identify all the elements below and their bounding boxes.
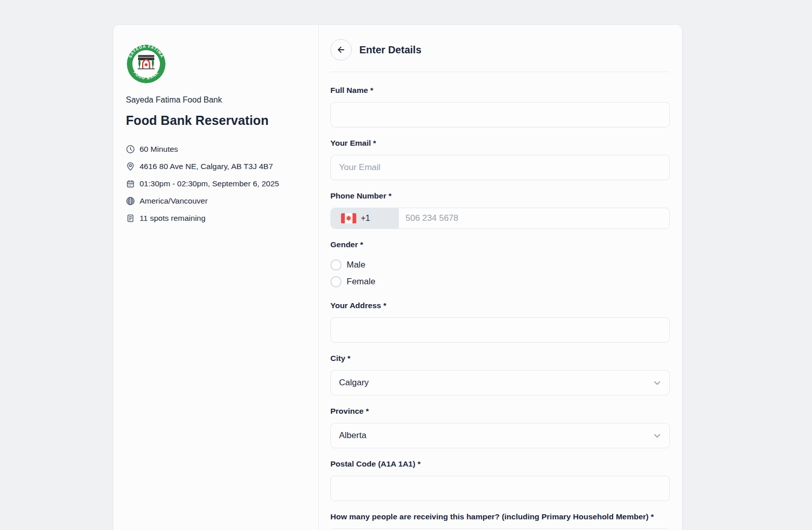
city-select[interactable]: Calgary	[330, 370, 670, 395]
full-name-group: Full Name *	[330, 85, 670, 127]
female-radio[interactable]	[330, 276, 342, 287]
email-input[interactable]	[330, 155, 670, 180]
gender-group: Gender * Male Female	[330, 240, 670, 290]
detail-duration-text: 60 Minutes	[140, 145, 178, 154]
detail-duration: 60 Minutes	[126, 143, 304, 155]
gender-option-male[interactable]: Male	[330, 256, 670, 273]
province-group: Province * Alberta	[330, 406, 670, 448]
province-label: Province *	[330, 406, 670, 416]
province-select-value: Alberta	[339, 430, 366, 441]
detail-datetime: 01:30pm - 02:30pm, September 6, 2025	[126, 178, 304, 190]
detail-datetime-text: 01:30pm - 02:30pm, September 6, 2025	[140, 179, 279, 188]
phone-number-input[interactable]	[399, 208, 669, 228]
address-label: Your Address *	[330, 301, 670, 310]
phone-country-prefix[interactable]: +1	[331, 208, 399, 228]
chevron-down-icon	[652, 378, 662, 388]
full-name-label: Full Name *	[330, 85, 670, 95]
province-select[interactable]: Alberta	[330, 423, 670, 448]
male-radio-label: Male	[347, 260, 365, 270]
hamper-count-label: How many people are receiving this hampe…	[330, 512, 670, 521]
city-label: City *	[330, 353, 670, 363]
email-label: Your Email *	[330, 138, 670, 148]
address-input[interactable]	[330, 317, 670, 343]
org-name: Sayeda Fatima Food Bank	[126, 95, 304, 105]
org-logo: SAYEDA FATIMA FOOD BANK	[126, 44, 166, 84]
globe-icon	[126, 196, 135, 206]
phone-field: +1	[330, 208, 670, 229]
detail-timezone: America/Vancouver	[126, 195, 304, 207]
notes-icon	[126, 214, 135, 223]
back-arrow-icon	[336, 45, 346, 55]
dial-code: +1	[361, 214, 370, 223]
detail-address: 4616 80 Ave NE, Calgary, AB T3J 4B7	[126, 160, 304, 173]
phone-label: Phone Number *	[330, 191, 670, 201]
detail-timezone-text: America/Vancouver	[140, 196, 208, 206]
hamper-count-group: How many people are receiving this hampe…	[330, 512, 670, 530]
reservation-form: Full Name * Your Email * Phone Number *	[330, 85, 670, 530]
detail-address-text: 4616 80 Ave NE, Calgary, AB T3J 4B7	[140, 162, 273, 171]
clock-icon	[126, 145, 135, 154]
enter-details-panel: Enter Details Full Name * Your Email * P…	[319, 25, 682, 530]
email-group: Your Email *	[330, 138, 670, 180]
calendar-icon	[126, 179, 135, 188]
form-title: Enter Details	[359, 44, 421, 56]
location-pin-icon	[126, 162, 135, 171]
postal-code-input[interactable]	[330, 476, 670, 501]
header-divider	[330, 72, 670, 72]
address-group: Your Address *	[330, 301, 670, 343]
food-bank-logo-icon: SAYEDA FATIMA FOOD BANK	[126, 44, 166, 84]
detail-spots: 11 spots remaining	[126, 212, 304, 224]
chevron-down-icon	[652, 430, 662, 441]
canada-flag-icon	[341, 213, 356, 223]
gender-label: Gender *	[330, 240, 670, 249]
detail-spots-text: 11 spots remaining	[140, 214, 206, 223]
female-radio-label: Female	[347, 277, 376, 287]
postal-code-label: Postal Code (A1A 1A1) *	[330, 459, 670, 469]
reservation-card: SAYEDA FATIMA FOOD BANK Sayeda Fatima Fo…	[113, 24, 683, 530]
city-select-value: Calgary	[339, 378, 369, 388]
full-name-input[interactable]	[330, 102, 670, 127]
city-group: City * Calgary	[330, 353, 670, 395]
male-radio[interactable]	[330, 259, 342, 271]
phone-group: Phone Number * +1	[330, 191, 670, 229]
event-details-list: 60 Minutes 4616 80 Ave NE, Calgary, AB T…	[126, 143, 304, 224]
form-header: Enter Details	[330, 39, 670, 60]
gender-option-female[interactable]: Female	[330, 273, 670, 290]
gender-options: Male Female	[330, 256, 670, 290]
event-info-panel: SAYEDA FATIMA FOOD BANK Sayeda Fatima Fo…	[113, 25, 319, 530]
event-title: Food Bank Reservation	[126, 113, 304, 128]
postal-code-group: Postal Code (A1A 1A1) *	[330, 459, 670, 501]
back-button[interactable]	[330, 39, 352, 60]
